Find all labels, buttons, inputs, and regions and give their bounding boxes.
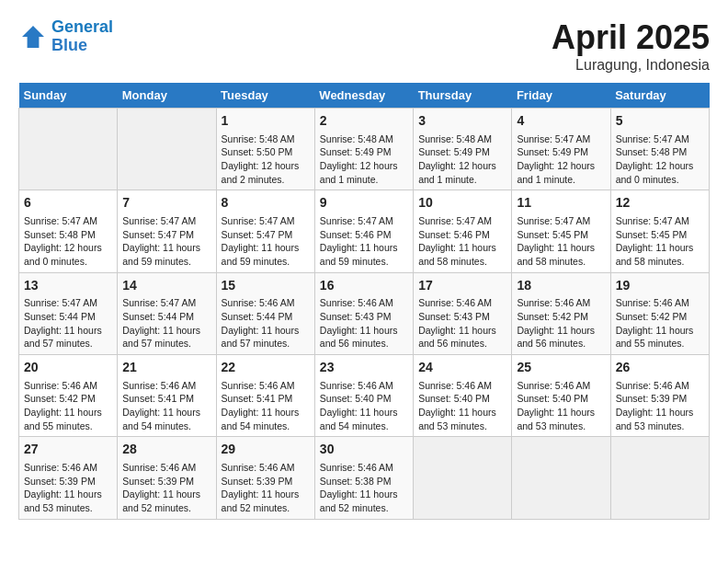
- calendar-cell: 27Sunrise: 5:46 AMSunset: 5:39 PMDayligh…: [19, 437, 118, 519]
- calendar-cell: 23Sunrise: 5:46 AMSunset: 5:40 PMDayligh…: [314, 355, 413, 437]
- calendar-cell: 4Sunrise: 5:47 AMSunset: 5:49 PMDaylight…: [512, 109, 610, 190]
- day-info: Sunrise: 5:47 AMSunset: 5:48 PMDaylight:…: [616, 133, 694, 185]
- calendar-week-row: 1Sunrise: 5:48 AMSunset: 5:50 PMDaylight…: [19, 109, 710, 190]
- day-info: Sunrise: 5:46 AMSunset: 5:41 PMDaylight:…: [222, 380, 300, 431]
- day-info: Sunrise: 5:47 AMSunset: 5:46 PMDaylight:…: [320, 215, 398, 267]
- day-info: Sunrise: 5:46 AMSunset: 5:42 PMDaylight:…: [616, 297, 694, 349]
- day-number: 26: [616, 359, 704, 377]
- calendar-cell: 10Sunrise: 5:47 AMSunset: 5:46 PMDayligh…: [414, 190, 512, 272]
- day-number: 29: [222, 441, 310, 459]
- header-sunday: Sunday: [19, 83, 118, 109]
- calendar-week-row: 13Sunrise: 5:47 AMSunset: 5:44 PMDayligh…: [19, 272, 710, 354]
- calendar-cell: [19, 109, 118, 190]
- day-number: 15: [222, 277, 310, 295]
- calendar-cell: 18Sunrise: 5:46 AMSunset: 5:42 PMDayligh…: [512, 272, 610, 354]
- calendar-cell: 20Sunrise: 5:46 AMSunset: 5:42 PMDayligh…: [19, 355, 118, 437]
- logo: General Blue: [18, 18, 113, 55]
- calendar-cell: 28Sunrise: 5:46 AMSunset: 5:39 PMDayligh…: [118, 437, 216, 519]
- day-number: 5: [616, 112, 704, 131]
- day-number: 18: [517, 277, 605, 295]
- day-number: 8: [222, 194, 310, 213]
- day-info: Sunrise: 5:47 AMSunset: 5:44 PMDaylight:…: [122, 297, 200, 349]
- calendar-cell: 1Sunrise: 5:48 AMSunset: 5:50 PMDaylight…: [216, 109, 314, 190]
- day-info: Sunrise: 5:46 AMSunset: 5:39 PMDaylight:…: [616, 380, 694, 431]
- logo-icon: [18, 22, 48, 52]
- page-subtitle: Luragung, Indonesia: [552, 57, 710, 74]
- calendar-cell: 30Sunrise: 5:46 AMSunset: 5:38 PMDayligh…: [314, 437, 413, 519]
- calendar-cell: 12Sunrise: 5:47 AMSunset: 5:45 PMDayligh…: [610, 190, 709, 272]
- day-number: 28: [122, 441, 210, 459]
- header-wednesday: Wednesday: [314, 83, 413, 109]
- calendar-week-row: 27Sunrise: 5:46 AMSunset: 5:39 PMDayligh…: [19, 437, 710, 519]
- day-info: Sunrise: 5:46 AMSunset: 5:41 PMDaylight:…: [122, 380, 200, 431]
- day-number: 12: [616, 194, 704, 213]
- day-number: 14: [122, 277, 210, 295]
- day-info: Sunrise: 5:48 AMSunset: 5:49 PMDaylight:…: [320, 133, 398, 185]
- day-number: 16: [320, 277, 408, 295]
- logo-line2: Blue: [51, 36, 87, 54]
- calendar-cell: 11Sunrise: 5:47 AMSunset: 5:45 PMDayligh…: [512, 190, 610, 272]
- calendar-cell: 14Sunrise: 5:47 AMSunset: 5:44 PMDayligh…: [118, 272, 216, 354]
- weekday-header-row: Sunday Monday Tuesday Wednesday Thursday…: [19, 83, 710, 109]
- calendar-cell: 29Sunrise: 5:46 AMSunset: 5:39 PMDayligh…: [216, 437, 314, 519]
- day-number: 3: [418, 112, 506, 131]
- day-number: 27: [24, 441, 112, 459]
- calendar-cell: 8Sunrise: 5:47 AMSunset: 5:47 PMDaylight…: [216, 190, 314, 272]
- calendar-cell: 5Sunrise: 5:47 AMSunset: 5:48 PMDaylight…: [610, 109, 709, 190]
- calendar-cell: 13Sunrise: 5:47 AMSunset: 5:44 PMDayligh…: [19, 272, 118, 354]
- day-info: Sunrise: 5:46 AMSunset: 5:43 PMDaylight:…: [320, 297, 398, 349]
- day-info: Sunrise: 5:46 AMSunset: 5:39 PMDaylight:…: [122, 462, 200, 513]
- calendar-cell: 2Sunrise: 5:48 AMSunset: 5:49 PMDaylight…: [314, 109, 413, 190]
- header-friday: Friday: [512, 83, 610, 109]
- svg-marker-0: [22, 26, 44, 48]
- day-info: Sunrise: 5:47 AMSunset: 5:46 PMDaylight:…: [418, 215, 496, 267]
- day-number: 21: [122, 359, 210, 377]
- page-title: April 2025: [552, 18, 710, 57]
- title-block: April 2025 Luragung, Indonesia: [552, 18, 710, 74]
- calendar-cell: 3Sunrise: 5:48 AMSunset: 5:49 PMDaylight…: [414, 109, 512, 190]
- logo-text: General Blue: [51, 18, 113, 55]
- day-number: 2: [320, 112, 408, 131]
- day-number: 10: [418, 194, 506, 213]
- day-info: Sunrise: 5:47 AMSunset: 5:47 PMDaylight:…: [122, 215, 200, 267]
- calendar-cell: 22Sunrise: 5:46 AMSunset: 5:41 PMDayligh…: [216, 355, 314, 437]
- header-tuesday: Tuesday: [216, 83, 314, 109]
- calendar-cell: 6Sunrise: 5:47 AMSunset: 5:48 PMDaylight…: [19, 190, 118, 272]
- logo-line1: General: [51, 17, 113, 36]
- calendar-cell: 17Sunrise: 5:46 AMSunset: 5:43 PMDayligh…: [414, 272, 512, 354]
- day-number: 30: [320, 441, 408, 459]
- day-number: 25: [517, 359, 605, 377]
- day-info: Sunrise: 5:46 AMSunset: 5:44 PMDaylight:…: [222, 297, 300, 349]
- calendar-cell: 7Sunrise: 5:47 AMSunset: 5:47 PMDaylight…: [118, 190, 216, 272]
- day-number: 7: [122, 194, 210, 213]
- day-number: 9: [320, 194, 408, 213]
- calendar-cell: 16Sunrise: 5:46 AMSunset: 5:43 PMDayligh…: [314, 272, 413, 354]
- header-thursday: Thursday: [414, 83, 512, 109]
- calendar-table: Sunday Monday Tuesday Wednesday Thursday…: [18, 83, 710, 520]
- calendar-cell: [414, 437, 512, 519]
- day-info: Sunrise: 5:46 AMSunset: 5:42 PMDaylight:…: [24, 380, 102, 431]
- day-number: 17: [418, 277, 506, 295]
- day-info: Sunrise: 5:46 AMSunset: 5:40 PMDaylight:…: [320, 380, 398, 431]
- calendar-cell: 19Sunrise: 5:46 AMSunset: 5:42 PMDayligh…: [610, 272, 709, 354]
- day-info: Sunrise: 5:46 AMSunset: 5:38 PMDaylight:…: [320, 462, 398, 513]
- day-number: 11: [517, 194, 605, 213]
- calendar-cell: 21Sunrise: 5:46 AMSunset: 5:41 PMDayligh…: [118, 355, 216, 437]
- header-monday: Monday: [118, 83, 216, 109]
- day-info: Sunrise: 5:47 AMSunset: 5:48 PMDaylight:…: [24, 215, 102, 267]
- day-info: Sunrise: 5:46 AMSunset: 5:42 PMDaylight:…: [517, 297, 595, 349]
- day-info: Sunrise: 5:47 AMSunset: 5:45 PMDaylight:…: [517, 215, 595, 267]
- day-number: 1: [222, 112, 310, 131]
- day-number: 19: [616, 277, 704, 295]
- day-info: Sunrise: 5:46 AMSunset: 5:40 PMDaylight:…: [418, 380, 496, 431]
- calendar-cell: [610, 437, 709, 519]
- day-number: 22: [222, 359, 310, 377]
- calendar-cell: 15Sunrise: 5:46 AMSunset: 5:44 PMDayligh…: [216, 272, 314, 354]
- page-header: General Blue April 2025 Luragung, Indone…: [18, 18, 710, 74]
- day-number: 13: [24, 277, 112, 295]
- day-info: Sunrise: 5:48 AMSunset: 5:49 PMDaylight:…: [418, 133, 496, 185]
- day-info: Sunrise: 5:47 AMSunset: 5:45 PMDaylight:…: [616, 215, 694, 267]
- calendar-week-row: 20Sunrise: 5:46 AMSunset: 5:42 PMDayligh…: [19, 355, 710, 437]
- day-info: Sunrise: 5:46 AMSunset: 5:39 PMDaylight:…: [24, 462, 102, 513]
- day-info: Sunrise: 5:47 AMSunset: 5:49 PMDaylight:…: [517, 133, 595, 185]
